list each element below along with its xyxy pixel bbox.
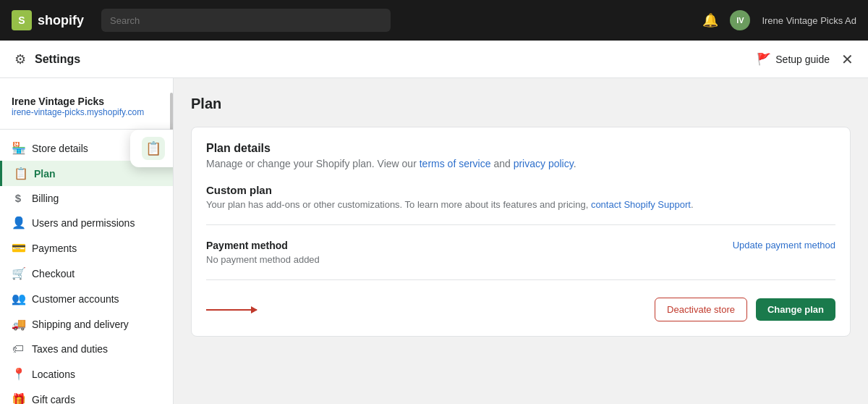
gear-icon: ⚙ [14, 51, 26, 67]
plan-details-desc-text: Manage or change your Shopify plan. View… [206, 158, 420, 169]
payments-icon: 💳 [12, 241, 25, 255]
nav-item-plan-wrapper: 🏪 Store details 📋 Plan 📋 Plan [0, 135, 173, 186]
sidebar-item-customer-accounts[interactable]: 👥 Customer accounts [0, 286, 173, 311]
sidebar-item-label: Locations [32, 369, 75, 380]
payment-method-section: Payment method No payment method added U… [206, 240, 835, 280]
custom-plan-desc: Your plan has add-ons or other customiza… [206, 199, 835, 210]
privacy-policy-link[interactable]: privacy policy [514, 158, 574, 169]
sidebar-item-checkout[interactable]: 🛒 Checkout [0, 261, 173, 286]
sidebar: Irene Vintage Picks irene-vintage-picks.… [0, 78, 174, 404]
settings-title: Settings [35, 53, 80, 66]
settings-bar: ⚙ Settings 🚩 Setup guide ✕ [0, 41, 868, 78]
sidebar-item-users-and-permissions[interactable]: 👤 Users and permissions [0, 210, 173, 235]
store-url[interactable]: irene-vintage-picks.myshopify.com [12, 107, 161, 117]
sidebar-item-taxes-and-duties[interactable]: 🏷 Taxes and duties [0, 337, 173, 361]
topbar: S shopify 🔔 IV Irene Vintage Picks Ad [0, 0, 868, 41]
logo-text: shopify [38, 13, 84, 28]
topbar-right: 🔔 IV Irene Vintage Picks Ad [702, 10, 856, 30]
logo: S shopify [12, 10, 84, 30]
taxes-icon: 🏷 [12, 342, 25, 355]
sidebar-item-label: Store details [32, 143, 88, 154]
sidebar-item-gift-cards[interactable]: 🎁 Gift cards [0, 387, 173, 404]
locations-icon: 📍 [12, 367, 25, 381]
actions-row: Deactivate store Change plan [206, 295, 835, 321]
setup-guide-button[interactable]: 🚩 Setup guide [757, 52, 830, 66]
payment-method-label: Payment method [206, 240, 320, 251]
sidebar-item-shipping-and-delivery[interactable]: 🚚 Shipping and delivery [0, 311, 173, 337]
setup-guide-label: Setup guide [775, 54, 830, 65]
sidebar-item-label: Customer accounts [32, 293, 119, 305]
deactivate-store-button[interactable]: Deactivate store [655, 298, 747, 321]
customer-accounts-icon: 👥 [12, 292, 25, 306]
content-area: Plan Plan details Manage or change your … [174, 78, 868, 404]
callout-label: Plan [172, 143, 174, 155]
plan-details-card: Plan details Manage or change your Shopi… [191, 127, 851, 337]
update-payment-method-link[interactable]: Update payment method [733, 240, 835, 251]
payment-method-value: No payment method added [206, 254, 320, 265]
close-button[interactable]: ✕ [841, 51, 854, 68]
custom-plan-desc-suffix: . [691, 199, 694, 210]
custom-plan-section: Custom plan Your plan has add-ons or oth… [206, 184, 835, 225]
callout-plan-icon: 📋 [142, 137, 165, 160]
store-details-icon: 🏪 [12, 141, 25, 155]
payment-method-row: Payment method No payment method added U… [206, 240, 835, 265]
sidebar-item-label: Users and permissions [32, 217, 135, 229]
contact-shopify-support-link[interactable]: contact Shopify Support [591, 199, 691, 210]
sidebar-item-label: Payments [32, 243, 77, 254]
logo-icon: S [12, 10, 32, 30]
arrow-indicator [206, 309, 257, 311]
billing-icon: $ [12, 192, 25, 204]
terms-of-service-link[interactable]: terms of service [420, 158, 491, 169]
sidebar-item-label: Shipping and delivery [32, 319, 129, 330]
plan-details-desc: Manage or change your Shopify plan. View… [206, 158, 835, 169]
search-container [101, 9, 391, 32]
custom-plan-desc-prefix: Your plan has add-ons or other customiza… [206, 199, 591, 210]
gift-cards-icon: 🎁 [12, 392, 25, 404]
store-info: Irene Vintage Picks irene-vintage-picks.… [0, 90, 173, 130]
user-label: Irene Vintage Picks Ad [762, 15, 856, 26]
sidebar-item-billing[interactable]: $ Billing [0, 186, 173, 210]
sidebar-item-label: Gift cards [32, 394, 75, 405]
main-layout: Irene Vintage Picks irene-vintage-picks.… [0, 78, 868, 404]
sidebar-item-label: Billing [32, 193, 59, 204]
custom-plan-name: Custom plan [206, 184, 835, 196]
store-name: Irene Vintage Picks [12, 96, 161, 107]
plan-details-title: Plan details [206, 142, 835, 155]
checkout-icon: 🛒 [12, 266, 25, 280]
avatar: IV [730, 10, 750, 30]
sidebar-item-label: Taxes and duties [32, 343, 108, 355]
plan-details-and-text: and [491, 158, 514, 169]
arrow-head [251, 306, 258, 313]
plan-details-suffix: . [574, 158, 576, 169]
sidebar-item-label: Plan [34, 168, 56, 180]
payment-method-info: Payment method No payment method added [206, 240, 320, 265]
sidebar-item-payments[interactable]: 💳 Payments [0, 235, 173, 261]
flag-icon: 🚩 [757, 52, 771, 66]
search-input[interactable] [101, 9, 391, 32]
page-title: Plan [191, 96, 851, 112]
plan-callout: 📋 Plan [130, 130, 174, 167]
users-icon: 👤 [12, 216, 25, 230]
arrow-line [206, 309, 257, 311]
sidebar-item-locations[interactable]: 📍 Locations [0, 361, 173, 387]
change-plan-button[interactable]: Change plan [756, 298, 835, 321]
notifications-icon[interactable]: 🔔 [702, 12, 718, 28]
shipping-icon: 🚚 [12, 317, 25, 331]
plan-icon: 📋 [14, 167, 27, 180]
settings-bar-right: 🚩 Setup guide ✕ [757, 51, 854, 68]
sidebar-item-label: Checkout [32, 268, 75, 279]
